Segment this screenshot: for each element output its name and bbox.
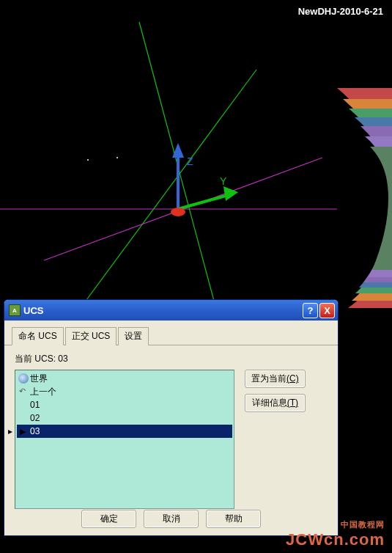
list-item-prev[interactable]: ↶ 上一个 [17, 385, 232, 398]
tab-ortho-ucs[interactable]: 正交 UCS [65, 327, 117, 345]
side-buttons: 置为当前(C) 详细信息(T) [245, 370, 306, 509]
tab-strip: 命名 UCS 正交 UCS 设置 [4, 321, 338, 345]
set-current-button[interactable]: 置为当前(C) [245, 370, 306, 388]
dialog-title: UCS [23, 305, 303, 316]
viewport-svg: Z Y [0, 0, 392, 323]
titlebar-close-button[interactable]: X [319, 303, 335, 318]
y-axis-arrow: Y [178, 175, 238, 209]
app-icon: A [9, 304, 21, 316]
svg-point-7 [117, 157, 118, 158]
watermark-date: NewDHJ-2010-6-21 [298, 6, 383, 17]
ucs-dialog: A UCS ? X 命名 UCS 正交 UCS 设置 当前 UCS: 03 世界 [4, 299, 339, 536]
svg-text:Z: Z [187, 155, 193, 167]
watermark-site: 中国教程网 JCWcn.com [286, 519, 385, 549]
ucs-listbox[interactable]: 世界 ↶ 上一个 01 02 ▶ 03 [15, 370, 234, 509]
selection-marker-icon: ▶ [20, 427, 26, 436]
prev-arrow-icon: ↶ [19, 387, 29, 397]
ok-button[interactable]: 确定 [81, 510, 136, 528]
titlebar-help-button[interactable]: ? [303, 303, 318, 318]
svg-text:Y: Y [220, 175, 227, 187]
help-button[interactable]: 帮助 [206, 510, 261, 528]
details-button[interactable]: 详细信息(T) [245, 394, 306, 412]
colored-surface [337, 88, 392, 308]
list-item-01[interactable]: 01 [17, 398, 232, 411]
list-item-world[interactable]: 世界 [17, 372, 232, 385]
ucs-origin [171, 208, 185, 216]
globe-icon [18, 373, 29, 384]
dialog-titlebar[interactable]: A UCS ? X [4, 300, 338, 321]
tab-named-ucs[interactable]: 命名 UCS [12, 327, 64, 345]
svg-point-6 [87, 159, 89, 161]
current-ucs-value: 03 [58, 354, 67, 364]
z-axis-arrow: Z [172, 143, 193, 209]
list-item-02[interactable]: 02 [17, 411, 232, 425]
cancel-button[interactable]: 取消 [144, 510, 199, 528]
tab-settings[interactable]: 设置 [118, 327, 149, 345]
list-item-03[interactable]: ▶ 03 [17, 425, 232, 438]
svg-marker-4 [223, 186, 238, 201]
current-ucs-label: 当前 UCS: 03 [15, 353, 328, 365]
cad-3d-viewport[interactable]: Z Y [0, 0, 392, 323]
tab-content: 当前 UCS: 03 世界 ↶ 上一个 01 [4, 345, 338, 516]
